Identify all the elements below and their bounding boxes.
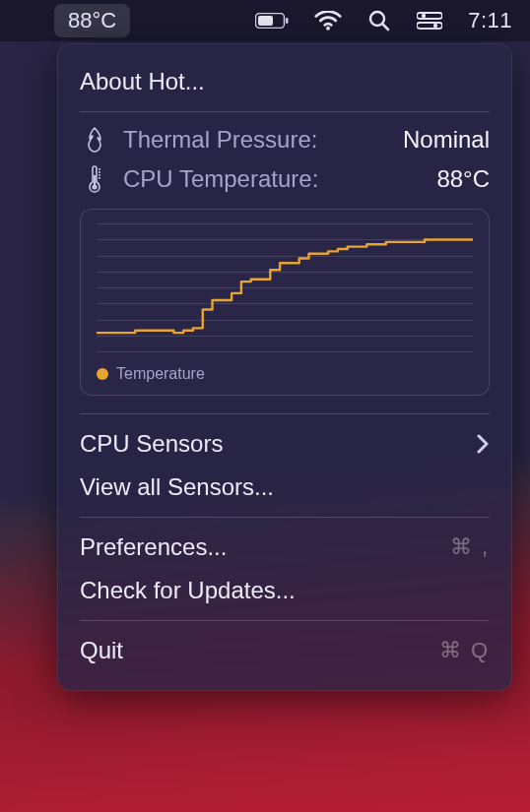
check-updates-menu-item[interactable]: Check for Updates...: [80, 569, 490, 612]
battery-icon[interactable]: [255, 5, 289, 36]
preferences-label: Preferences...: [80, 533, 227, 561]
divider: [80, 111, 490, 112]
svg-point-10: [92, 184, 97, 189]
menubar-temp-value: 88°C: [68, 8, 116, 33]
svg-rect-2: [286, 18, 289, 24]
wifi-icon[interactable]: [314, 5, 342, 36]
cpu-temperature-row: CPU Temperature: 88°C: [80, 159, 490, 199]
view-all-sensors-label: View all Sensors...: [80, 473, 274, 501]
svg-rect-6: [417, 13, 442, 19]
hot-dropdown-panel: About Hot... Thermal Pressure: Nominal C…: [57, 43, 512, 691]
svg-point-7: [422, 14, 426, 18]
cpu-temp-value: 88°C: [436, 165, 490, 193]
thermal-pressure-row: Thermal Pressure: Nominal: [80, 120, 490, 159]
svg-point-9: [433, 24, 437, 28]
view-all-sensors-menu-item[interactable]: View all Sensors...: [80, 466, 490, 509]
quit-label: Quit: [80, 637, 123, 664]
cpu-sensors-label: CPU Sensors: [80, 430, 223, 458]
cpu-temp-label: CPU Temperature:: [123, 165, 423, 193]
search-icon[interactable]: [367, 5, 391, 36]
svg-point-3: [326, 27, 330, 31]
svg-rect-8: [417, 23, 442, 29]
system-menubar: 88°C 7:11: [0, 0, 530, 41]
thermal-label: Thermal Pressure:: [123, 126, 389, 154]
thermometer-icon: [80, 165, 109, 193]
divider: [80, 413, 490, 414]
divider: [80, 620, 490, 621]
legend-dot-temperature: [97, 368, 108, 380]
about-menu-item[interactable]: About Hot...: [80, 60, 490, 103]
temperature-chart: [97, 223, 473, 351]
quit-shortcut: ⌘ Q: [439, 638, 490, 663]
legend-label-temperature: Temperature: [116, 365, 205, 383]
about-label: About Hot...: [80, 68, 205, 95]
control-center-icon[interactable]: [417, 5, 442, 36]
flame-icon: [80, 127, 109, 153]
temperature-chart-card: Temperature: [80, 209, 490, 396]
check-updates-label: Check for Updates...: [80, 577, 296, 604]
chevron-right-icon: [476, 434, 490, 454]
cpu-sensors-menu-item[interactable]: CPU Sensors: [80, 422, 490, 466]
quit-menu-item[interactable]: Quit ⌘ Q: [80, 629, 490, 672]
menubar-clock[interactable]: 7:11: [468, 5, 512, 36]
preferences-menu-item[interactable]: Preferences... ⌘ ,: [80, 526, 490, 569]
thermal-value: Nominal: [403, 126, 490, 154]
chart-line: [97, 223, 473, 351]
clock-time: 7:11: [468, 8, 512, 33]
menubar-temp-item[interactable]: 88°C: [54, 4, 130, 37]
svg-line-5: [383, 25, 389, 31]
preferences-shortcut: ⌘ ,: [450, 534, 490, 560]
svg-rect-1: [258, 16, 273, 26]
chart-legend: Temperature: [97, 365, 473, 383]
divider: [80, 517, 490, 518]
